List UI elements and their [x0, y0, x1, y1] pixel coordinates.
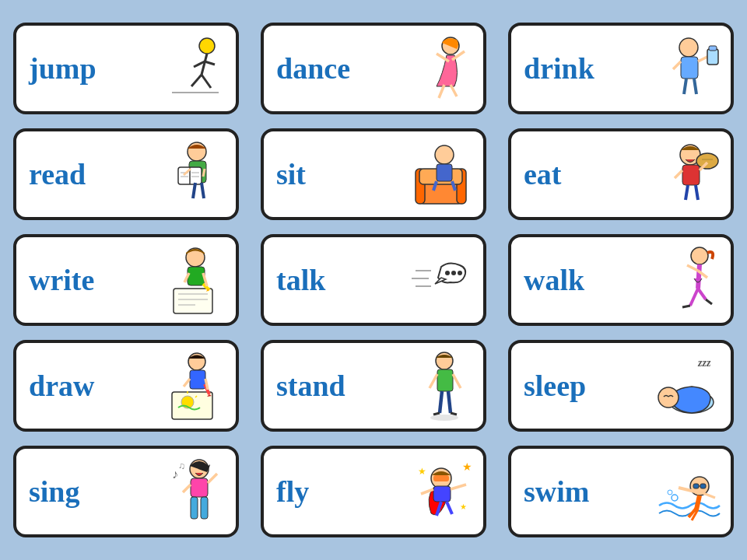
card-sing[interactable]: sing ♪ ♫	[13, 446, 239, 537]
card-swim[interactable]: swim	[508, 446, 734, 537]
card-sleep[interactable]: sleep zzz	[508, 340, 734, 432]
svg-point-42	[696, 153, 718, 169]
svg-line-116	[696, 495, 700, 509]
svg-line-89	[451, 413, 457, 415]
svg-rect-41	[682, 165, 700, 185]
swim-illustration	[651, 455, 721, 529]
svg-line-5	[205, 61, 215, 65]
card-label-talk: talk	[276, 265, 325, 295]
svg-point-121	[672, 495, 678, 501]
stand-illustration	[404, 349, 474, 423]
svg-line-65	[698, 264, 700, 289]
svg-line-87	[448, 391, 451, 413]
svg-line-29	[203, 169, 205, 177]
svg-line-15	[673, 61, 681, 69]
svg-rect-16	[707, 49, 718, 65]
card-read[interactable]: read	[13, 128, 239, 220]
svg-rect-113	[693, 484, 699, 488]
sleep-illustration: zzz	[651, 349, 721, 423]
card-fly[interactable]: fly ★ ★ ★	[261, 446, 486, 537]
card-label-fly: fly	[276, 477, 309, 506]
svg-line-88	[433, 413, 440, 415]
svg-line-96	[208, 474, 217, 483]
svg-point-61	[445, 271, 450, 275]
svg-line-84	[430, 374, 437, 388]
card-write[interactable]: write	[13, 234, 239, 326]
sit-illustration	[404, 138, 474, 212]
svg-rect-49	[188, 267, 205, 285]
svg-line-2	[191, 75, 202, 86]
card-label-sing: sing	[29, 477, 79, 506]
cards-grid: jump dance drink	[0, 7, 747, 553]
sing-illustration: ♪ ♫	[156, 455, 226, 529]
svg-point-122	[668, 490, 672, 495]
svg-line-10	[439, 85, 444, 98]
card-eat[interactable]: eat	[508, 128, 734, 220]
card-label-eat: eat	[524, 159, 562, 189]
svg-point-12	[679, 38, 698, 57]
svg-point-93	[658, 387, 679, 408]
svg-line-97	[183, 485, 191, 492]
svg-line-19	[694, 79, 696, 94]
card-label-swim: swim	[524, 477, 589, 506]
card-walk[interactable]: walk	[508, 234, 734, 326]
svg-rect-98	[191, 497, 198, 519]
card-jump[interactable]: jump	[13, 23, 239, 114]
svg-line-105	[451, 485, 466, 489]
svg-line-46	[686, 185, 688, 200]
read-illustration	[156, 138, 226, 212]
svg-line-70	[682, 306, 690, 307]
svg-line-68	[690, 289, 698, 306]
svg-line-71	[706, 299, 712, 304]
svg-text:♪: ♪	[172, 467, 178, 481]
card-label-drink: drink	[524, 54, 594, 83]
card-label-sit: sit	[276, 159, 306, 189]
svg-line-30	[193, 183, 195, 198]
svg-line-47	[696, 185, 698, 200]
svg-line-85	[453, 374, 461, 388]
svg-point-0	[199, 38, 215, 54]
svg-line-66	[687, 265, 698, 271]
svg-point-62	[451, 271, 456, 275]
walk-illustration	[651, 243, 721, 317]
card-sit[interactable]: sit	[261, 128, 486, 220]
write-illustration	[156, 243, 226, 317]
jump-illustration	[156, 32, 226, 106]
card-talk[interactable]: talk	[261, 234, 486, 326]
svg-rect-114	[700, 484, 706, 488]
talk-illustration	[404, 243, 474, 317]
svg-rect-17	[709, 46, 717, 51]
card-drink[interactable]: drink	[508, 23, 734, 114]
svg-line-1	[202, 54, 207, 75]
svg-line-45	[675, 170, 682, 178]
card-label-read: read	[29, 159, 86, 189]
svg-rect-95	[191, 478, 208, 497]
svg-line-86	[440, 391, 442, 413]
card-dance[interactable]: dance	[261, 23, 486, 114]
svg-point-63	[458, 271, 462, 275]
card-label-walk: walk	[524, 265, 584, 295]
svg-line-69	[698, 289, 706, 299]
fly-illustration: ★ ★ ★	[404, 455, 474, 529]
svg-text:★: ★	[418, 466, 426, 477]
dance-illustration	[404, 32, 474, 106]
svg-rect-50	[174, 289, 212, 313]
svg-point-64	[691, 247, 708, 264]
card-label-jump: jump	[29, 54, 96, 83]
eat-illustration	[651, 138, 721, 212]
card-draw[interactable]: draw	[13, 340, 239, 432]
card-label-write: write	[29, 265, 94, 295]
svg-text:zzz: zzz	[697, 357, 711, 369]
svg-point-90	[430, 415, 458, 421]
card-stand[interactable]: stand	[261, 340, 486, 432]
card-label-stand: stand	[276, 371, 345, 401]
svg-point-36	[435, 145, 454, 164]
svg-line-81	[184, 379, 190, 387]
svg-rect-37	[437, 164, 452, 181]
svg-line-3	[202, 75, 211, 88]
svg-line-108	[447, 502, 452, 514]
svg-line-18	[684, 79, 686, 94]
svg-rect-99	[201, 497, 208, 519]
card-label-dance: dance	[276, 54, 350, 83]
card-label-draw: draw	[29, 371, 94, 401]
